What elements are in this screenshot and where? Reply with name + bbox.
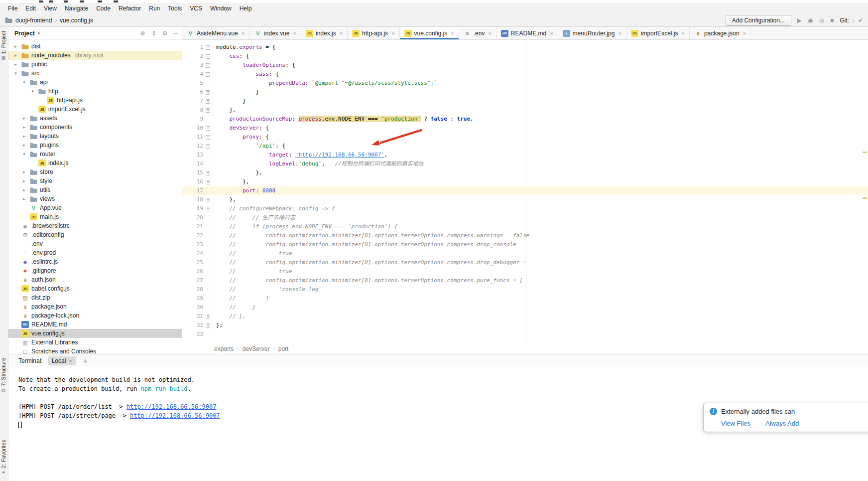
expanded-chevron-icon[interactable]: ▾: [21, 152, 27, 157]
tree-item-index-js[interactable]: JSindex.js: [8, 159, 182, 167]
tree-item-editorconfig[interactable]: ⚙.editorconfig: [8, 230, 182, 239]
fold-collapse-icon[interactable]: −: [206, 54, 210, 59]
tab-close-icon[interactable]: ×: [488, 30, 491, 36]
code-line-16[interactable]: 16∨ },: [182, 177, 868, 186]
stop-icon[interactable]: ■: [830, 17, 834, 24]
tree-item-readme-md[interactable]: MDREADME.md: [8, 320, 182, 329]
expanded-chevron-icon[interactable]: ▾: [21, 80, 27, 85]
code-line-15[interactable]: 15∨ },: [182, 168, 868, 177]
code-line-27[interactable]: 27 // config.optimization.minimizer[0].o…: [182, 276, 868, 285]
breadcrumb-exports[interactable]: exports: [214, 345, 234, 352]
code-line-18[interactable]: 18∨ },: [182, 195, 868, 204]
tab-close-icon[interactable]: ×: [340, 30, 343, 36]
tree-item-router[interactable]: ▾router: [8, 150, 182, 159]
tab-close-icon[interactable]: ×: [550, 30, 553, 36]
coverage-icon[interactable]: ◎: [819, 17, 824, 24]
fold-collapse-icon[interactable]: −: [206, 207, 210, 211]
menu-window[interactable]: Window: [206, 4, 236, 13]
code-line-22[interactable]: 22 // config.optimization.minimizer[0].o…: [182, 231, 868, 240]
collapsed-chevron-icon[interactable]: ▸: [21, 143, 27, 148]
menu-code[interactable]: Code: [92, 4, 115, 13]
code-line-29[interactable]: 29 // ]: [182, 294, 868, 303]
tab-vue-config-js[interactable]: JSvue.config.js×: [400, 27, 459, 39]
view-files-link[interactable]: View Files: [721, 420, 750, 427]
collapsed-chevron-icon[interactable]: ▸: [21, 196, 27, 201]
code-line-26[interactable]: 26 // true: [182, 267, 868, 276]
tree-item-vue-config-js[interactable]: JSvue.config.js: [8, 329, 182, 338]
collapsed-chevron-icon[interactable]: ▸: [21, 125, 27, 130]
tree-item-babel-config-js[interactable]: JSbabel.config.js: [8, 284, 182, 293]
fold-end-icon[interactable]: ∨: [206, 108, 210, 113]
menu-tools[interactable]: Tools: [164, 4, 186, 13]
tree-item-src[interactable]: ▾src: [8, 69, 182, 78]
code-line-28[interactable]: 28 // 'console.log': [182, 285, 868, 294]
code-line-7[interactable]: 7∨ }: [182, 97, 868, 106]
tree-item-auth-json[interactable]: {}auth.json: [8, 275, 182, 284]
tab-importexcel-js[interactable]: JSimportExcel.js×: [626, 27, 690, 39]
tree-item-eslintrc-js[interactable]: ◆.eslintrc.js: [8, 257, 182, 266]
tree-item-api[interactable]: ▾api: [8, 78, 182, 87]
collapsed-chevron-icon[interactable]: ▸: [12, 44, 19, 49]
fold-end-icon[interactable]: ∨: [206, 180, 210, 184]
tree-item-node-modules[interactable]: ▸node_moduleslibrary root: [8, 51, 182, 60]
add-configuration-button[interactable]: Add Configuration...: [726, 15, 791, 26]
tab-menurouter-jpg[interactable]: ▲menuRouter.jpg×: [558, 27, 626, 39]
expanded-chevron-icon[interactable]: ▾: [12, 71, 19, 76]
code-line-10[interactable]: 10− devServer: {: [182, 124, 868, 133]
menu-run[interactable]: Run: [145, 4, 164, 13]
menu-file[interactable]: File: [4, 4, 21, 13]
tree-item-browserslistrc[interactable]: ≣.browserslistrc: [8, 221, 182, 230]
code-line-13[interactable]: 13 target: 'http://192.168.66.56:9007',: [182, 151, 868, 160]
code-line-11[interactable]: 11− proxy: {: [182, 133, 868, 142]
tab-http-api-js[interactable]: JShttp-api.js×: [348, 27, 399, 39]
tab-env[interactable]: ≡.env×: [459, 27, 496, 39]
code-line-25[interactable]: 25 // config.optimization.minimizer[0].o…: [182, 258, 868, 267]
code-line-14[interactable]: 14 logLevel:'debug', //控制台终端打印代理前的真实地址: [182, 160, 868, 168]
code-line-4[interactable]: 4− sass: {: [182, 70, 868, 79]
code-area[interactable]: 1−module.exports = {2− css: {3− loaderOp…: [182, 40, 868, 344]
collapsed-chevron-icon[interactable]: ▸: [21, 134, 27, 139]
code-line-24[interactable]: 24 // true: [182, 249, 868, 258]
tree-item-scratches-and-consoles[interactable]: ▢Scratches and Consoles: [8, 347, 182, 354]
fold-end-icon[interactable]: ∨: [206, 90, 210, 95]
breadcrumb-port[interactable]: port: [278, 345, 289, 352]
tab-package-json[interactable]: {}package.json×: [690, 27, 751, 39]
fold-end-icon[interactable]: ∨: [206, 315, 210, 319]
code-line-30[interactable]: 30 // }: [182, 303, 868, 312]
tree-item-views[interactable]: ▸views: [8, 194, 182, 203]
tab-close-icon[interactable]: ×: [293, 30, 296, 36]
code-line-17[interactable]: 17 port: 8008: [182, 186, 868, 195]
tab-close-icon[interactable]: ×: [451, 30, 454, 36]
new-terminal-button[interactable]: +: [81, 357, 89, 365]
code-line-3[interactable]: 3− loaderOptions: {: [182, 61, 868, 70]
fold-end-icon[interactable]: ∨: [206, 323, 210, 328]
tree-item-external-libraries[interactable]: ▥External Libraries: [8, 338, 182, 347]
tree-item-importexcel-js[interactable]: JSimportExcel.js: [8, 105, 182, 114]
tab-close-icon[interactable]: ×: [391, 30, 394, 36]
tree-item-layouts[interactable]: ▸layouts: [8, 132, 182, 141]
close-icon[interactable]: ×: [69, 358, 72, 364]
tree-item-http-api-js[interactable]: JShttp-api.js: [8, 96, 182, 105]
code-line-1[interactable]: 1−module.exports = {: [182, 43, 868, 52]
tree-item-dist[interactable]: ▸dist: [8, 42, 182, 51]
menu-refactor[interactable]: Refactor: [115, 4, 145, 13]
git-update-icon[interactable]: ↓: [852, 17, 855, 24]
settings-gear-icon[interactable]: ⚙: [162, 30, 168, 37]
collapsed-chevron-icon[interactable]: ▸: [21, 187, 27, 192]
project-panel-title[interactable]: Project: [14, 30, 35, 37]
code-line-33[interactable]: 33: [182, 330, 868, 339]
collapse-all-icon[interactable]: ⇕: [151, 30, 156, 37]
tree-item-env-prod[interactable]: ≡.env.prod: [8, 248, 182, 257]
collapsed-chevron-icon[interactable]: ▸: [21, 178, 27, 183]
fold-end-icon[interactable]: ∨: [206, 99, 210, 104]
code-line-6[interactable]: 6∨ }: [182, 88, 868, 97]
collapsed-chevron-icon[interactable]: ▸: [12, 53, 19, 58]
breadcrumb-project[interactable]: duoji-frontend: [15, 17, 52, 24]
menu-edit[interactable]: Edit: [21, 4, 40, 13]
debug-bug-icon[interactable]: ◉: [808, 17, 813, 24]
tree-item-style[interactable]: ▸style: [8, 176, 182, 185]
breadcrumb-file[interactable]: vue.config.js: [60, 17, 93, 24]
tree-item-utils[interactable]: ▸utils: [8, 185, 182, 194]
tab-close-icon[interactable]: ×: [242, 30, 245, 36]
code-line-31[interactable]: 31∨ // },: [182, 312, 868, 321]
